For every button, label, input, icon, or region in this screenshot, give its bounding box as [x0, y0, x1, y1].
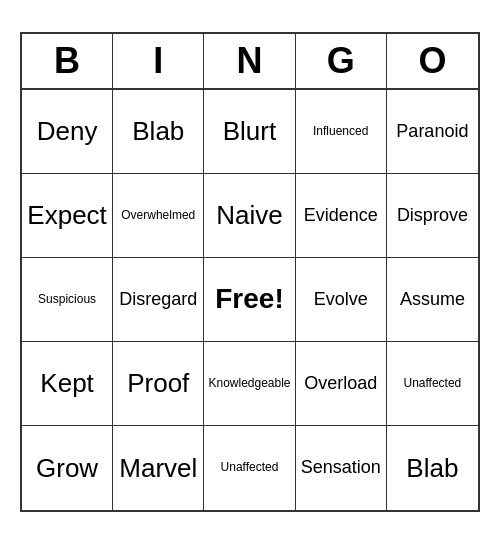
cell-text: Deny [37, 117, 98, 146]
cell-text: Evidence [304, 206, 378, 226]
bingo-cell: Blab [113, 90, 204, 174]
bingo-cell: Blab [387, 426, 478, 510]
cell-text: Unaffected [221, 461, 279, 474]
cell-text: Marvel [119, 454, 197, 483]
bingo-header: BINGO [22, 34, 478, 90]
bingo-cell: Grow [22, 426, 113, 510]
cell-text: Blurt [223, 117, 276, 146]
bingo-cell: Expect [22, 174, 113, 258]
bingo-cell: Evidence [296, 174, 387, 258]
cell-text: Suspicious [38, 293, 96, 306]
bingo-cell: Unaffected [204, 426, 295, 510]
bingo-cell: Free! [204, 258, 295, 342]
cell-text: Blab [406, 454, 458, 483]
cell-text: Assume [400, 290, 465, 310]
cell-text: Paranoid [396, 122, 468, 142]
cell-text: Kept [40, 369, 94, 398]
cell-text: Blab [132, 117, 184, 146]
cell-text: Disprove [397, 206, 468, 226]
bingo-cell: Knowledgeable [204, 342, 295, 426]
bingo-cell: Sensation [296, 426, 387, 510]
bingo-cell: Marvel [113, 426, 204, 510]
cell-text: Grow [36, 454, 98, 483]
bingo-cell: Suspicious [22, 258, 113, 342]
cell-text: Overload [304, 374, 377, 394]
bingo-cell: Unaffected [387, 342, 478, 426]
cell-text: Unaffected [403, 377, 461, 390]
header-letter: I [113, 34, 204, 88]
header-letter: N [204, 34, 295, 88]
bingo-card: BINGO DenyBlabBlurtInfluencedParanoidExp… [20, 32, 480, 512]
cell-text: Influenced [313, 125, 368, 138]
bingo-cell: Paranoid [387, 90, 478, 174]
bingo-cell: Influenced [296, 90, 387, 174]
bingo-cell: Deny [22, 90, 113, 174]
bingo-cell: Overload [296, 342, 387, 426]
cell-text: Naive [216, 201, 282, 230]
cell-text: Overwhelmed [121, 209, 195, 222]
header-letter: G [296, 34, 387, 88]
bingo-cell: Assume [387, 258, 478, 342]
bingo-cell: Overwhelmed [113, 174, 204, 258]
cell-text: Knowledgeable [208, 377, 290, 390]
cell-text: Disregard [119, 290, 197, 310]
cell-text: Evolve [314, 290, 368, 310]
header-letter: B [22, 34, 113, 88]
bingo-grid: DenyBlabBlurtInfluencedParanoidExpectOve… [22, 90, 478, 510]
bingo-cell: Disprove [387, 174, 478, 258]
header-letter: O [387, 34, 478, 88]
bingo-cell: Disregard [113, 258, 204, 342]
bingo-cell: Proof [113, 342, 204, 426]
cell-text: Proof [127, 369, 189, 398]
bingo-cell: Kept [22, 342, 113, 426]
bingo-cell: Blurt [204, 90, 295, 174]
cell-text: Free! [215, 284, 283, 315]
bingo-cell: Evolve [296, 258, 387, 342]
cell-text: Sensation [301, 458, 381, 478]
bingo-cell: Naive [204, 174, 295, 258]
cell-text: Expect [27, 201, 107, 230]
